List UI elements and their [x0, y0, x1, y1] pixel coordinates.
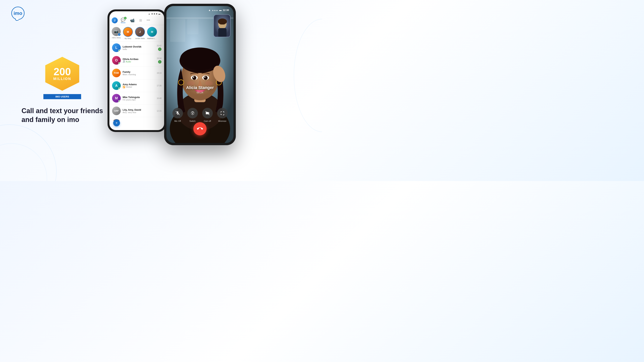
status-icons: ▲ ◾◾◾ ▬ — [148, 13, 160, 15]
hex-body: 200 MILLION — [45, 57, 79, 91]
online-indicator — [118, 49, 120, 52]
matthew-story-ring: M — [147, 27, 157, 37]
video-call-phone: ▲ ▲▲▲ ▬ 12:30 — [164, 4, 236, 145]
amy-preview: 🔁 Sticker — [122, 86, 155, 88]
minimize-label: Minimize — [218, 120, 226, 122]
group-avatar: GRP — [112, 106, 121, 115]
mic-off-control[interactable]: Mic Off — [172, 108, 183, 122]
more-icon: ••• — [146, 18, 150, 22]
chat-list: L Lubomír Dvořák hello 20:42 2 O — [110, 41, 164, 121]
left-content-area: 200 MILLION IMO USERS Call and text your… — [0, 0, 122, 181]
battery-icon: ▬ — [158, 13, 160, 15]
svg-point-17 — [204, 76, 206, 78]
video-call-screen: ▲ ▲▲▲ ▬ 12:30 — [166, 6, 234, 143]
compose-fab[interactable]: + — [113, 119, 120, 126]
my-story-item[interactable]: M My Story — [123, 27, 133, 39]
switch-control[interactable]: Switch — [187, 108, 198, 122]
cam-off-button[interactable] — [202, 108, 213, 118]
mbe-name: Mbe Tshinguta — [122, 96, 155, 99]
add-story-item[interactable]: 📷 + Add a Story — [112, 27, 121, 39]
caller-name: Alicia Stanger — [166, 85, 234, 90]
lubomir-time: 20:42 — [157, 45, 162, 47]
olivia-info: Olivia Arribas 🎵 Audio — [122, 58, 155, 63]
mbe-info: Mbe Tshinguta I'm yours.mp3 — [122, 96, 155, 101]
olivia-preview: 🎵 Audio — [122, 60, 155, 63]
olivia-time: 19:34 — [157, 57, 162, 59]
matthew-story-label: Matthew Lina — [147, 37, 157, 39]
video-tab[interactable]: 📹 — [128, 17, 136, 23]
svg-point-21 — [187, 81, 195, 86]
switch-button[interactable] — [187, 108, 198, 118]
tagline-line1: Call and text your friends — [22, 107, 103, 115]
chat-item-amy[interactable]: A Amy Adams 🔁 Sticker 17:36 — [110, 79, 164, 92]
call-info: Alicia Stanger 00:24 — [166, 85, 234, 94]
msg-status-bar: ▲ ◾◾◾ ▬ — [110, 11, 164, 16]
family-name: Family — [122, 70, 155, 73]
mbe-avatar: M — [112, 94, 121, 103]
tab-underline — [121, 23, 126, 23]
clock: 12:30 — [223, 9, 229, 11]
amy-time: 17:36 — [157, 85, 162, 87]
chat-item-group[interactable]: GRP Lily, Amy, David Amy: very nice 12:1… — [110, 105, 164, 117]
jordan-story-item[interactable]: J Jordan Ntolo — [135, 27, 145, 39]
my-story-label: My Story — [124, 37, 131, 39]
chat-item-mbe[interactable]: M Mbe Tshinguta I'm yours.mp3 16:48 — [110, 92, 164, 105]
svg-point-9 — [180, 47, 220, 70]
matthew-story-item[interactable]: M Matthew Lina — [147, 27, 157, 39]
my-story-ring: M — [123, 27, 133, 37]
group-name: Lily, Amy, David — [122, 108, 155, 111]
end-call-button[interactable] — [193, 122, 206, 135]
badge-unit: MILLION — [54, 77, 71, 81]
svg-rect-2 — [170, 19, 185, 42]
amy-name: Amy Adams — [122, 83, 155, 86]
svg-point-22 — [205, 81, 213, 86]
tab-bar: J 💬 4 📹 ⊞ ••• — [110, 16, 164, 25]
chat-item-family[interactable]: FAM Family Mom: morning 18:10 — [110, 67, 164, 79]
add-story-label: Add a Story — [112, 37, 120, 39]
video-status-bar: ▲ ▲▲▲ ▬ 12:30 — [166, 6, 234, 13]
jordan-story-avatar: J — [136, 27, 144, 36]
add-badge: + — [118, 33, 121, 36]
jordan-story-ring: J — [135, 27, 145, 37]
messages-tab[interactable]: 💬 4 — [119, 17, 127, 24]
chat-item-lubomir[interactable]: L Lubomír Dvořák hello 20:42 2 — [110, 41, 164, 54]
group-time: 12:15 — [157, 110, 162, 112]
lubomir-avatar: L — [112, 43, 121, 52]
jordan-story-label: Jordan Ntolo — [135, 37, 145, 39]
profile-avatar[interactable]: J — [112, 17, 118, 23]
signal-icon: ▲ — [148, 13, 150, 15]
add-story-button[interactable]: 📷 + — [112, 27, 121, 36]
grid-icon: ⊞ — [139, 18, 142, 22]
svg-rect-3 — [187, 19, 198, 34]
wifi-icon: ▲ — [208, 9, 211, 11]
group-info: Lily, Amy, David Amy: very nice — [122, 108, 155, 113]
user-stats-badge: 200 MILLION IMO USERS — [44, 57, 81, 101]
badge-label: IMO USERS — [44, 94, 81, 99]
messages-badge: 4 — [124, 17, 126, 19]
mic-off-label: Mic Off — [174, 120, 181, 122]
minimize-button[interactable] — [217, 108, 228, 118]
grid-tab[interactable]: ⊞ — [138, 17, 144, 23]
camera-icon: 📷 — [114, 29, 118, 33]
stories-row: 📷 + Add a Story M My Story J — [110, 25, 164, 41]
svg-point-28 — [223, 23, 225, 24]
lubomir-info: Lubomír Dvořák hello — [122, 45, 155, 50]
tagline-line2: and family on imo — [22, 116, 79, 123]
video-tab-icon: 📹 — [130, 18, 135, 23]
amy-info: Amy Adams 🔁 Sticker — [122, 83, 155, 88]
cam-off-control[interactable]: Cam off — [202, 108, 213, 122]
matthew-story-avatar: M — [148, 27, 156, 36]
mic-off-button[interactable] — [172, 108, 183, 118]
olivia-name: Olivia Arribas — [122, 58, 155, 60]
self-preview[interactable] — [214, 14, 230, 37]
svg-point-13 — [193, 76, 194, 78]
more-tab[interactable]: ••• — [145, 17, 152, 23]
family-avatar: FAM — [112, 69, 121, 77]
minimize-control[interactable]: Minimize — [217, 108, 228, 122]
battery-icon: ▬ — [219, 9, 222, 11]
online-indicator — [118, 62, 120, 64]
chat-item-olivia[interactable]: O Olivia Arribas 🎵 Audio 19:34 2 — [110, 54, 164, 67]
online-indicator — [118, 87, 120, 90]
call-controls: Mic Off Switch Cam off — [166, 108, 234, 122]
group-preview: Amy: very nice — [122, 111, 155, 113]
